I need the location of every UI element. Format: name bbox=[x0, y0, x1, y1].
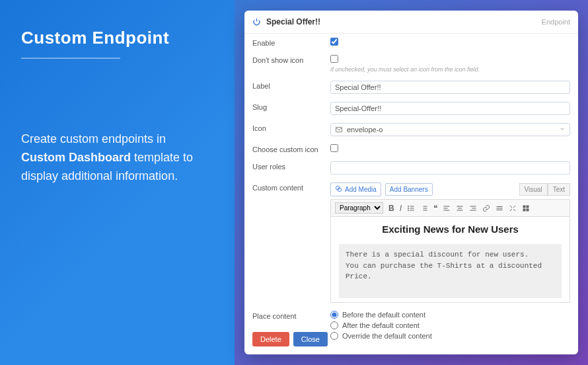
align-center-icon[interactable] bbox=[456, 204, 464, 212]
svg-rect-25 bbox=[527, 205, 529, 208]
svg-rect-11 bbox=[423, 210, 427, 210]
svg-rect-13 bbox=[444, 208, 448, 208]
svg-rect-6 bbox=[410, 206, 414, 206]
editor-toolbar: Paragraph B I ❝ bbox=[330, 199, 570, 217]
icon-select-value: envelope-o bbox=[347, 126, 383, 134]
label-input[interactable] bbox=[330, 81, 570, 94]
dont-show-icon-label: Don't show icon bbox=[252, 55, 330, 64]
envelope-icon bbox=[335, 126, 343, 134]
svg-rect-14 bbox=[444, 210, 450, 210]
chevron-down-icon bbox=[559, 126, 566, 134]
editor-heading: Exciting News for New Users bbox=[339, 223, 562, 235]
svg-rect-10 bbox=[423, 208, 427, 208]
svg-point-3 bbox=[408, 206, 409, 207]
slug-input[interactable] bbox=[330, 102, 570, 115]
tab-visual[interactable]: Visual bbox=[519, 183, 548, 196]
slug-label: Slug bbox=[252, 102, 330, 111]
icon-select[interactable]: envelope-o bbox=[330, 123, 570, 136]
svg-rect-16 bbox=[458, 208, 462, 208]
quote-icon[interactable]: ❝ bbox=[433, 204, 437, 213]
bold-icon[interactable]: B bbox=[388, 204, 394, 213]
enable-label: Enable bbox=[252, 38, 330, 47]
svg-rect-23 bbox=[497, 210, 503, 210]
svg-rect-15 bbox=[457, 206, 463, 206]
media-icon bbox=[335, 185, 342, 194]
svg-rect-26 bbox=[523, 208, 526, 211]
svg-rect-7 bbox=[410, 208, 414, 208]
tab-text[interactable]: Text bbox=[548, 183, 570, 196]
align-right-icon[interactable] bbox=[469, 204, 477, 212]
toolbar-toggle-icon[interactable] bbox=[522, 204, 530, 212]
promo-title: Custom Endpoint bbox=[21, 28, 216, 48]
place-after-option[interactable]: After the default content bbox=[330, 321, 570, 329]
svg-rect-19 bbox=[472, 208, 476, 208]
editor-preformatted: There is a special discount for new user… bbox=[339, 244, 562, 298]
enable-checkbox[interactable] bbox=[330, 38, 338, 46]
svg-rect-9 bbox=[423, 206, 427, 206]
breadcrumb[interactable]: Endpoint bbox=[542, 18, 570, 26]
close-button[interactable]: Close bbox=[293, 332, 328, 346]
user-roles-input[interactable] bbox=[330, 161, 570, 175]
add-banners-button[interactable]: Add Banners bbox=[385, 183, 433, 196]
delete-button[interactable]: Delete bbox=[252, 332, 289, 346]
fullscreen-icon[interactable] bbox=[509, 204, 517, 212]
svg-rect-12 bbox=[444, 206, 450, 206]
endpoint-panel: Special Offer!! Endpoint Enable Don't sh… bbox=[244, 11, 578, 354]
number-list-icon[interactable] bbox=[420, 204, 428, 212]
dont-show-icon-hint: If unchecked, you must select an icon fr… bbox=[330, 66, 570, 73]
svg-rect-21 bbox=[497, 206, 503, 207]
svg-rect-27 bbox=[527, 208, 529, 211]
choose-custom-icon-checkbox[interactable] bbox=[330, 144, 338, 152]
promo-underline bbox=[21, 58, 120, 59]
format-select[interactable]: Paragraph bbox=[335, 202, 383, 214]
bullet-list-icon[interactable] bbox=[407, 204, 415, 212]
svg-point-5 bbox=[408, 210, 409, 211]
place-content-label: Place content bbox=[252, 311, 330, 320]
link-icon[interactable] bbox=[482, 204, 490, 212]
editor-body[interactable]: Exciting News for New Users There is a s… bbox=[330, 217, 570, 303]
promo-description: Create custom endpoints in Custom Dashbo… bbox=[21, 130, 216, 186]
user-roles-label: User roles bbox=[252, 161, 330, 171]
svg-rect-22 bbox=[497, 208, 503, 208]
svg-rect-24 bbox=[523, 205, 526, 208]
italic-icon[interactable]: I bbox=[400, 204, 402, 213]
svg-point-4 bbox=[408, 208, 409, 209]
align-left-icon[interactable] bbox=[443, 204, 451, 212]
place-before-option[interactable]: Before the default content bbox=[330, 311, 570, 319]
panel-title: Special Offer!! bbox=[266, 17, 320, 26]
place-override-option[interactable]: Override the default content bbox=[330, 332, 570, 340]
icon-label: Icon bbox=[252, 123, 330, 132]
more-icon[interactable] bbox=[496, 204, 503, 212]
dont-show-icon-checkbox[interactable] bbox=[330, 55, 338, 63]
add-media-button[interactable]: Add Media bbox=[330, 182, 381, 196]
custom-content-label: Custom content bbox=[252, 182, 330, 192]
svg-rect-8 bbox=[410, 210, 414, 210]
choose-custom-icon-label: Choose custom icon bbox=[252, 144, 330, 153]
panel-header: Special Offer!! Endpoint bbox=[244, 11, 578, 34]
svg-rect-18 bbox=[470, 206, 476, 206]
svg-rect-20 bbox=[470, 210, 476, 210]
label-label: Label bbox=[252, 81, 330, 90]
power-icon bbox=[252, 18, 261, 26]
svg-rect-17 bbox=[457, 210, 463, 210]
